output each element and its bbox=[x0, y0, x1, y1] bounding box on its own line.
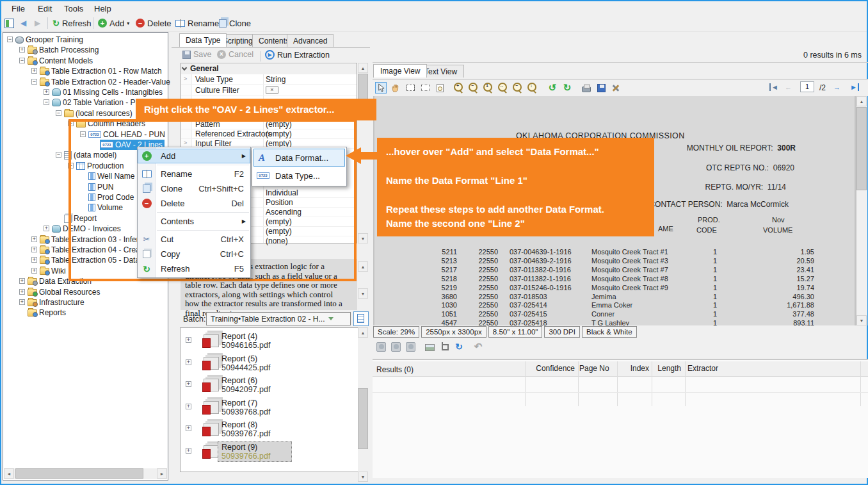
tree-expander-icon[interactable]: + bbox=[19, 289, 25, 295]
scroll-up-icon[interactable]: ▲ bbox=[856, 96, 867, 106]
results-column-extractor[interactable]: Extractor bbox=[687, 364, 816, 373]
print-button[interactable] bbox=[581, 82, 592, 94]
run-extraction-button[interactable]: ▶Run Extraction bbox=[265, 50, 330, 60]
property-value[interactable]: String bbox=[266, 75, 285, 84]
scroll-down-icon[interactable]: ▼ bbox=[358, 472, 368, 482]
tree-item[interactable]: +Infrastructure bbox=[3, 297, 169, 308]
first-page-button[interactable]: ◄ bbox=[769, 83, 778, 91]
tree-expander-icon[interactable]: + bbox=[31, 247, 37, 252]
tree-item-body[interactable]: Table Extraction 02 - Header-Value bbox=[39, 77, 172, 87]
context-menu-delete[interactable]: –DeleteDel bbox=[138, 196, 250, 211]
tree-expander-icon[interactable]: − bbox=[19, 58, 25, 63]
tree-expander-icon[interactable]: + bbox=[19, 299, 25, 305]
panel-toggle-button[interactable] bbox=[4, 17, 14, 29]
zoom-fit-button[interactable]: ↔ bbox=[497, 82, 509, 94]
scroll-left-icon[interactable]: ◄ bbox=[4, 468, 14, 479]
zoom-region-button[interactable] bbox=[419, 82, 431, 94]
batch-expander-icon[interactable]: + bbox=[186, 359, 191, 365]
context-menu-refresh[interactable]: ↻RefreshF5 bbox=[138, 261, 250, 276]
tree-item-body[interactable]: Grooper Training bbox=[15, 35, 85, 45]
property-row[interactable]: >Value TypeString bbox=[181, 74, 357, 85]
submenu-data-type-[interactable]: 0723Data Type... bbox=[253, 167, 345, 185]
prev-page-button[interactable]: ← bbox=[785, 83, 792, 91]
doc-vscrollbar[interactable]: ▲ ▼ bbox=[856, 96, 867, 325]
tree-item-body[interactable]: Global Resources bbox=[27, 287, 102, 297]
save-image-button[interactable] bbox=[595, 82, 607, 94]
batchlist-scroll-thumb[interactable] bbox=[358, 388, 368, 449]
tree-item-body[interactable]: Batch Processing bbox=[27, 45, 100, 55]
context-menu-rename[interactable]: RenameF2 bbox=[138, 167, 250, 181]
tree-item-body[interactable]: Table Extraction 01 - Row Match bbox=[39, 66, 164, 76]
stamp1-button[interactable] bbox=[375, 341, 387, 352]
context-menu-clone[interactable]: CloneCtrl+Shift+C bbox=[138, 181, 250, 196]
collapse-icon[interactable] bbox=[182, 65, 187, 70]
pointer-tool-button[interactable] bbox=[375, 82, 387, 94]
expand-icon[interactable]: > bbox=[184, 76, 187, 82]
batch-expander-icon[interactable]: + bbox=[186, 425, 191, 431]
back-button[interactable]: ◀ bbox=[20, 17, 26, 29]
results-column-confidence[interactable]: Confidence bbox=[527, 364, 575, 373]
desc-scroll-down-icon[interactable]: ▼ bbox=[358, 288, 368, 299]
results-column-page-no[interactable]: Page No bbox=[579, 364, 615, 373]
forward-button[interactable]: ▶ bbox=[35, 17, 40, 29]
results-column-length[interactable]: Length bbox=[653, 364, 681, 373]
results-column-index[interactable]: Index bbox=[618, 364, 649, 373]
tree-expander-icon[interactable]: − bbox=[56, 152, 61, 158]
tree-expander-icon[interactable]: − bbox=[7, 37, 13, 42]
reload-image-button[interactable]: ↻ bbox=[453, 341, 465, 352]
tree-item-body[interactable]: Infrastructure bbox=[27, 297, 86, 308]
batch-expander-icon[interactable]: + bbox=[186, 381, 191, 387]
tree-expander-icon[interactable]: + bbox=[31, 68, 37, 74]
zoom-out-button[interactable]: − bbox=[468, 82, 479, 94]
tree-expander-icon[interactable]: − bbox=[31, 79, 37, 85]
batch-document-button[interactable] bbox=[353, 311, 369, 326]
undo-button[interactable]: ↶ bbox=[472, 341, 484, 352]
tree-expander-icon[interactable]: − bbox=[56, 110, 61, 116]
page-preview-button[interactable] bbox=[434, 82, 446, 94]
page-number-input[interactable]: 1 bbox=[800, 81, 814, 92]
scroll-right-icon[interactable]: ► bbox=[157, 468, 167, 479]
stamp2-button[interactable] bbox=[390, 341, 401, 352]
batch-item[interactable]: +Report (9)50939766.pdf bbox=[181, 441, 368, 463]
context-menu-contents[interactable]: Contents▶ bbox=[138, 214, 250, 229]
scroll-up-icon[interactable]: ▲ bbox=[358, 327, 368, 338]
batch-item[interactable]: +Report (7)50939768.pdf bbox=[181, 397, 368, 419]
context-menu-add[interactable]: +Add▶ bbox=[138, 149, 250, 163]
tree-item[interactable]: Reports bbox=[3, 308, 169, 318]
menu-edit[interactable]: Edit bbox=[35, 3, 54, 14]
scroll-down-icon[interactable]: ▼ bbox=[856, 315, 867, 325]
context-menu-copy[interactable]: CopyCtrl+C bbox=[138, 247, 250, 261]
adjust-image-button[interactable] bbox=[424, 341, 435, 352]
batch-item[interactable]: +Report (5)50944425.pdf bbox=[181, 353, 368, 375]
menu-tools[interactable]: Tools bbox=[61, 3, 86, 14]
tree-expander-icon[interactable]: + bbox=[19, 278, 25, 284]
batch-selector[interactable]: Training•Table Extraction 02 - H... bbox=[206, 312, 351, 325]
batch-expander-icon[interactable]: + bbox=[186, 404, 191, 409]
flag-icon[interactable]: × bbox=[266, 86, 278, 94]
tree-item-body[interactable]: 01 Missing Cells - Intangibles bbox=[51, 87, 165, 97]
tree-expander-icon[interactable]: + bbox=[31, 268, 37, 274]
add-button[interactable]: +Add▾ bbox=[98, 17, 129, 29]
tree-expander-icon[interactable]: − bbox=[44, 99, 49, 105]
tab-image-view[interactable]: Image View bbox=[373, 64, 427, 78]
tree-item-body[interactable]: Reports bbox=[27, 308, 68, 318]
tree-hscrollbar[interactable]: ◄ ► bbox=[4, 468, 167, 479]
batch-expander-icon[interactable]: + bbox=[186, 337, 191, 343]
rotate-ccw-button[interactable]: ↺ bbox=[547, 82, 558, 94]
tree-item[interactable]: +01 Missing Cells - Intangibles bbox=[3, 87, 169, 97]
tree-item-body[interactable]: Content Models bbox=[27, 56, 95, 66]
delete-button[interactable]: –Delete bbox=[136, 17, 172, 29]
refresh-button[interactable]: ↻Refresh bbox=[52, 17, 91, 29]
desc-scroll-up-icon[interactable]: ▲ bbox=[358, 261, 368, 272]
tree-item-body[interactable]: (local resources) bbox=[63, 108, 134, 119]
tree-item[interactable]: +Global Resources bbox=[3, 287, 169, 297]
tab-data-type[interactable]: Data Type bbox=[179, 33, 227, 47]
tree-item[interactable]: +Batch Processing bbox=[3, 45, 169, 55]
clone-button[interactable]: Clone bbox=[219, 17, 251, 29]
property-row[interactable]: Culture Filter× bbox=[181, 85, 357, 95]
save-button[interactable]: Save bbox=[182, 50, 212, 59]
batchlist-scrollbar[interactable]: ▲ ▼ bbox=[358, 327, 369, 482]
batch-item[interactable]: +Report (4)50946165.pdf bbox=[181, 331, 368, 352]
tab-advanced[interactable]: Advanced bbox=[287, 34, 334, 47]
menu-help[interactable]: Help bbox=[92, 3, 114, 14]
